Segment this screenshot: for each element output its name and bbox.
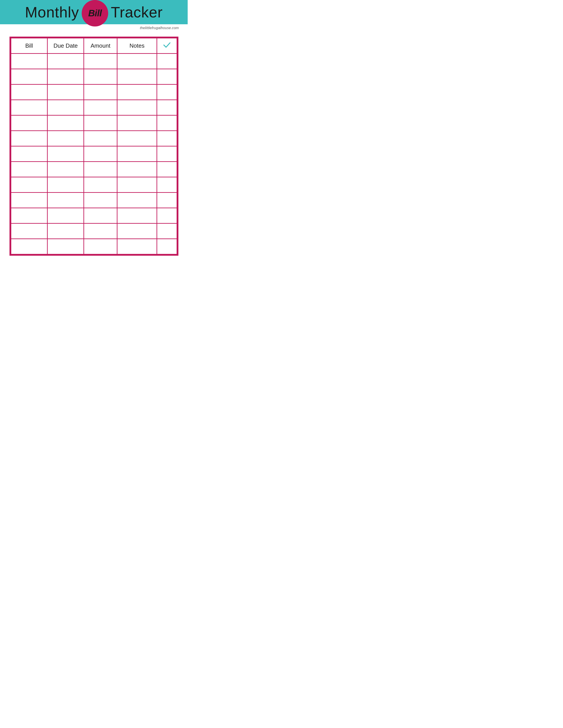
col-header-notes: Notes [117, 38, 157, 54]
cell-notes-4[interactable] [117, 115, 157, 131]
cell-check-2[interactable] [157, 84, 177, 100]
table-header-row: Bill Due Date Amount Notes [11, 38, 177, 54]
cell-due-date-3[interactable] [47, 100, 84, 115]
monthly-text: Monthly [25, 4, 79, 21]
cell-due-date-4[interactable] [47, 115, 84, 131]
table-row [11, 193, 177, 208]
cell-bill-7[interactable] [11, 162, 47, 177]
cell-bill-0[interactable] [11, 54, 47, 69]
cell-amount-5[interactable] [84, 131, 117, 146]
cell-bill-2[interactable] [11, 84, 47, 100]
cell-amount-2[interactable] [84, 84, 117, 100]
bill-text: Bill [88, 8, 102, 19]
cell-amount-7[interactable] [84, 162, 117, 177]
table-row [11, 146, 177, 162]
website-text: thelittlefrugalhouse.com [140, 26, 179, 30]
cell-amount-10[interactable] [84, 208, 117, 223]
teal-banner: Monthly Bill Tracker [0, 0, 188, 24]
cell-notes-0[interactable] [117, 54, 157, 69]
cell-check-12[interactable] [157, 239, 177, 254]
cell-due-date-1[interactable] [47, 69, 84, 84]
table-row [11, 115, 177, 131]
cell-due-date-7[interactable] [47, 162, 84, 177]
tracker-text: Tracker [111, 4, 163, 21]
cell-due-date-8[interactable] [47, 177, 84, 193]
cell-due-date-11[interactable] [47, 223, 84, 239]
cell-amount-12[interactable] [84, 239, 117, 254]
cell-due-date-10[interactable] [47, 208, 84, 223]
cell-notes-7[interactable] [117, 162, 157, 177]
cell-due-date-9[interactable] [47, 193, 84, 208]
cell-check-11[interactable] [157, 223, 177, 239]
checkmark-icon [163, 41, 171, 49]
table-body [11, 54, 177, 254]
table-row [11, 162, 177, 177]
col-header-bill: Bill [11, 38, 47, 54]
cell-check-0[interactable] [157, 54, 177, 69]
cell-bill-4[interactable] [11, 115, 47, 131]
cell-due-date-0[interactable] [47, 54, 84, 69]
table-row [11, 208, 177, 223]
cell-bill-11[interactable] [11, 223, 47, 239]
cell-amount-11[interactable] [84, 223, 117, 239]
cell-bill-5[interactable] [11, 131, 47, 146]
cell-notes-2[interactable] [117, 84, 157, 100]
cell-bill-3[interactable] [11, 100, 47, 115]
cell-check-7[interactable] [157, 162, 177, 177]
cell-check-1[interactable] [157, 69, 177, 84]
cell-check-3[interactable] [157, 100, 177, 115]
cell-check-9[interactable] [157, 193, 177, 208]
cell-bill-6[interactable] [11, 146, 47, 162]
website-line: thelittlefrugalhouse.com [0, 26, 188, 30]
table-row [11, 100, 177, 115]
cell-check-5[interactable] [157, 131, 177, 146]
col-header-amount: Amount [84, 38, 117, 54]
cell-amount-3[interactable] [84, 100, 117, 115]
table-row [11, 54, 177, 69]
cell-notes-12[interactable] [117, 239, 157, 254]
cell-amount-9[interactable] [84, 193, 117, 208]
bill-tracker-table: Bill Due Date Amount Notes [9, 37, 178, 256]
cell-notes-11[interactable] [117, 223, 157, 239]
cell-notes-1[interactable] [117, 69, 157, 84]
cell-check-8[interactable] [157, 177, 177, 193]
cell-bill-9[interactable] [11, 193, 47, 208]
col-header-due-date: Due Date [47, 38, 84, 54]
cell-due-date-2[interactable] [47, 84, 84, 100]
cell-bill-12[interactable] [11, 239, 47, 254]
table-row [11, 223, 177, 239]
table-row [11, 131, 177, 146]
table-row [11, 177, 177, 193]
cell-check-4[interactable] [157, 115, 177, 131]
cell-bill-8[interactable] [11, 177, 47, 193]
cell-bill-10[interactable] [11, 208, 47, 223]
table-row [11, 69, 177, 84]
cell-notes-6[interactable] [117, 146, 157, 162]
cell-due-date-6[interactable] [47, 146, 84, 162]
cell-notes-8[interactable] [117, 177, 157, 193]
cell-notes-9[interactable] [117, 193, 157, 208]
cell-check-6[interactable] [157, 146, 177, 162]
table-row [11, 84, 177, 100]
cell-amount-8[interactable] [84, 177, 117, 193]
cell-check-10[interactable] [157, 208, 177, 223]
bill-circle: Bill [82, 0, 108, 26]
banner-title: Monthly Bill Tracker [25, 0, 163, 26]
cell-amount-1[interactable] [84, 69, 117, 84]
cell-due-date-12[interactable] [47, 239, 84, 254]
table-row [11, 239, 177, 254]
cell-notes-3[interactable] [117, 100, 157, 115]
cell-amount-6[interactable] [84, 146, 117, 162]
cell-bill-1[interactable] [11, 69, 47, 84]
col-header-check [157, 38, 177, 54]
cell-amount-0[interactable] [84, 54, 117, 69]
header-section: Monthly Bill Tracker thelittlefrugalhous… [0, 0, 188, 30]
cell-due-date-5[interactable] [47, 131, 84, 146]
cell-notes-5[interactable] [117, 131, 157, 146]
cell-notes-10[interactable] [117, 208, 157, 223]
cell-amount-4[interactable] [84, 115, 117, 131]
